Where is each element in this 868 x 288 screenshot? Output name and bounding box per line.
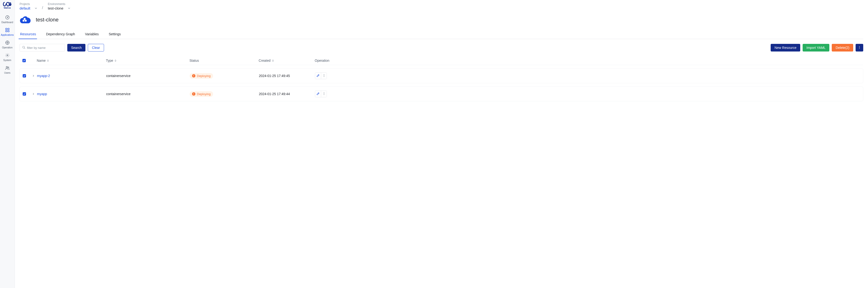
svg-point-18: [859, 46, 860, 46]
brand-text: Walrus: [4, 7, 11, 9]
status-warning-icon: !: [192, 74, 195, 77]
sidebar-item-applications[interactable]: Applications: [1, 25, 14, 38]
more-vertical-icon: [322, 92, 326, 96]
breadcrumb-projects[interactable]: Projects default: [20, 2, 37, 10]
row-checkbox[interactable]: [23, 74, 26, 77]
sort-icon[interactable]: [47, 59, 49, 62]
breadcrumb-environments[interactable]: Environments test-clone: [48, 2, 70, 10]
environment-icon: [20, 15, 31, 24]
clear-button[interactable]: Clear: [88, 44, 104, 52]
breadcrumb-projects-label: Projects: [20, 2, 37, 6]
svg-point-2: [10, 3, 11, 4]
sidebar: Walrus Dashboard A: [0, 0, 15, 288]
resource-name-link[interactable]: myapp-2: [37, 74, 50, 78]
expand-row-icon[interactable]: [32, 92, 35, 96]
svg-rect-6: [8, 28, 9, 30]
created-timestamp: 2024-01-25 17:49:44: [259, 92, 290, 96]
svg-rect-7: [5, 31, 7, 32]
table-header: Name Type Status: [20, 56, 863, 65]
svg-point-0: [8, 2, 11, 6]
row-more-button[interactable]: [321, 91, 327, 97]
sidebar-item-label: Dashboard: [1, 21, 13, 24]
users-icon: [5, 65, 10, 71]
row-operations: [315, 91, 327, 97]
tab-settings[interactable]: Settings: [108, 32, 121, 39]
svg-point-21: [323, 74, 324, 75]
status-badge: ! Deploying: [190, 91, 213, 97]
svg-point-24: [323, 92, 324, 93]
svg-point-26: [323, 94, 324, 95]
resource-type: containerservice: [106, 74, 130, 78]
brand-logo[interactable]: Walrus: [2, 2, 13, 9]
status-warning-icon: !: [192, 92, 195, 96]
column-type-header[interactable]: Type: [106, 59, 113, 62]
sidebar-item-label: Operation: [2, 46, 13, 49]
table-row: myapp-2 containerservice ! Deploying 202…: [20, 68, 863, 83]
chevron-down-icon[interactable]: [35, 6, 37, 10]
more-actions-button[interactable]: [856, 44, 863, 52]
svg-point-13: [8, 67, 9, 68]
svg-point-4: [7, 17, 8, 18]
sidebar-item-label: Applications: [1, 34, 14, 36]
filter-input[interactable]: [27, 46, 62, 50]
edit-icon: [316, 74, 320, 78]
tab-resources[interactable]: Resources: [20, 32, 36, 39]
sidebar-item-system[interactable]: System: [1, 50, 14, 63]
svg-rect-16: [24, 18, 26, 20]
sidebar-item-dashboard[interactable]: Dashboard: [1, 12, 14, 25]
status-text: Deploying: [197, 74, 211, 78]
breadcrumb: Projects default / Environments test-clo…: [20, 2, 863, 10]
created-timestamp: 2024-01-25 17:49:45: [259, 74, 290, 78]
tab-variables[interactable]: Variables: [85, 32, 98, 39]
expand-row-icon[interactable]: [32, 74, 35, 78]
tabs: Resources Dependency Graph Variables Set…: [20, 32, 863, 39]
row-checkbox[interactable]: [23, 92, 26, 96]
edit-icon: [316, 92, 320, 96]
sidebar-item-users[interactable]: Users: [1, 63, 14, 75]
svg-rect-15: [25, 20, 27, 22]
edit-button[interactable]: [315, 73, 321, 79]
new-resource-button[interactable]: New Resource: [771, 44, 800, 52]
delete-button[interactable]: Delete(2): [832, 44, 853, 52]
svg-point-17: [23, 46, 25, 48]
sidebar-item-label: System: [3, 59, 11, 62]
svg-point-19: [859, 47, 860, 47]
breadcrumb-separator: /: [42, 6, 43, 10]
applications-icon: [5, 27, 10, 33]
svg-rect-8: [8, 31, 9, 32]
tab-dependency-graph[interactable]: Dependency Graph: [45, 32, 75, 39]
chevron-down-icon[interactable]: [68, 6, 70, 10]
select-all-checkbox[interactable]: [23, 59, 26, 62]
column-operation-header: Operation: [315, 59, 329, 62]
page-title-row: test-clone: [20, 15, 863, 24]
svg-point-12: [6, 66, 7, 68]
more-vertical-icon: [858, 46, 861, 50]
sidebar-item-operation[interactable]: Operation: [1, 38, 14, 50]
row-operations: [315, 72, 327, 79]
svg-point-20: [859, 48, 860, 49]
svg-rect-5: [5, 28, 7, 30]
status-badge: ! Deploying: [190, 73, 213, 79]
column-created-header[interactable]: Created: [259, 59, 271, 62]
sort-icon[interactable]: [115, 59, 117, 62]
row-more-button[interactable]: [321, 73, 327, 79]
resource-name-link[interactable]: myapp: [37, 92, 47, 96]
more-vertical-icon: [322, 74, 326, 78]
operation-icon: [5, 40, 10, 45]
dashboard-icon: [5, 15, 10, 20]
breadcrumb-projects-value[interactable]: default: [20, 6, 30, 10]
sort-icon[interactable]: [272, 59, 274, 62]
svg-point-25: [323, 93, 324, 94]
filter-input-wrapper[interactable]: [20, 44, 65, 52]
column-name-header[interactable]: Name: [37, 59, 45, 62]
edit-button[interactable]: [315, 91, 321, 97]
svg-point-9: [7, 42, 8, 43]
svg-point-1: [9, 3, 10, 4]
breadcrumb-environments-value[interactable]: test-clone: [48, 6, 63, 10]
search-button[interactable]: Search: [67, 44, 85, 52]
toolbar: Search Clear New Resource Import YAML De…: [20, 44, 863, 52]
system-icon: [5, 53, 10, 58]
svg-rect-14: [23, 20, 24, 22]
import-yaml-button[interactable]: Import YAML: [803, 44, 829, 52]
page-title: test-clone: [36, 17, 58, 23]
